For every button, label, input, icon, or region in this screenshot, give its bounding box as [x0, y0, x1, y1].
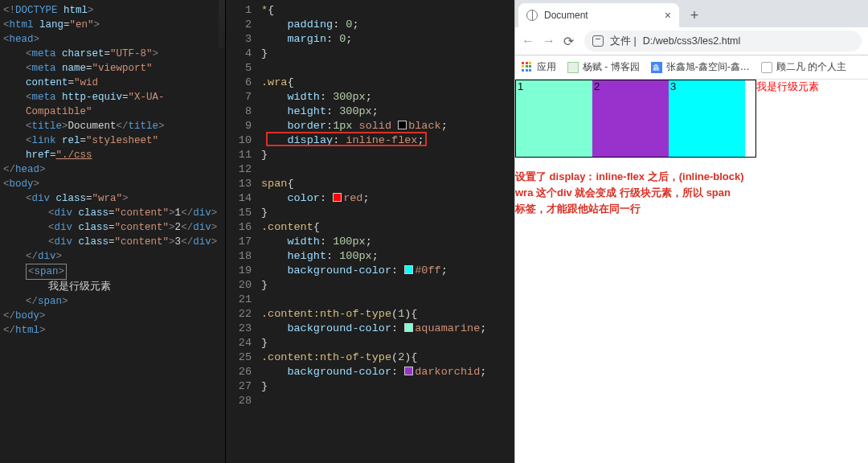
favicon-icon — [567, 62, 579, 73]
minimap — [219, 0, 225, 48]
source-line[interactable]: 我是行级元素 — [3, 280, 222, 294]
source-line[interactable]: </body> — [3, 309, 222, 323]
source-line[interactable]: <title>Document</title> — [3, 119, 222, 133]
url-prefix: 文件 | — [610, 35, 637, 48]
css-source-editor[interactable]: 1234567891011121314151617181920212223242… — [225, 0, 514, 463]
source-line[interactable]: .wra{ — [261, 76, 514, 90]
globe-icon — [526, 10, 538, 21]
source-line[interactable] — [261, 61, 514, 76]
source-line[interactable]: } — [261, 336, 514, 350]
inline-span: 我是行级元素 — [756, 80, 819, 92]
back-button[interactable]: ← — [522, 34, 534, 48]
browser-tab[interactable]: Document × — [518, 3, 679, 27]
source-line[interactable]: } — [261, 148, 514, 162]
source-line[interactable]: padding: 0; — [261, 18, 514, 32]
annotation-note: 设置了 display：inline-flex 之后，(inline-block… — [515, 169, 845, 217]
source-line[interactable]: <div class="content">3</div> — [3, 235, 222, 249]
source-line[interactable]: border:1px solid black; — [261, 119, 514, 133]
source-line[interactable]: height: 300px; — [261, 104, 514, 119]
source-line[interactable]: .content{ — [261, 220, 514, 235]
source-line[interactable] — [261, 394, 514, 408]
source-line[interactable]: } — [261, 379, 514, 394]
favicon-icon — [761, 62, 772, 73]
css-code-area[interactable]: *{ padding: 0; margin: 0;}.wra{ width: 3… — [261, 0, 514, 463]
source-line[interactable]: </span> — [3, 294, 222, 309]
source-line[interactable]: <div class="content">2</div> — [3, 220, 222, 235]
content-box-2: 2 — [592, 80, 669, 157]
favicon-icon: 鑫 — [651, 62, 662, 73]
toolbar: ← → ⟳ 文件 | D:/web/css3/les2.html — [515, 27, 868, 55]
source-line[interactable]: </div> — [3, 249, 222, 264]
site-info-icon[interactable] — [592, 35, 604, 47]
wra-container: 1 2 3 — [515, 80, 756, 158]
source-line[interactable]: <body> — [3, 177, 222, 191]
url-text: D:/web/css3/les2.html — [643, 35, 741, 47]
source-line[interactable]: .content:nth-of-type(1){ — [261, 307, 514, 322]
source-line[interactable]: width: 300px; — [261, 90, 514, 104]
bookmarks-bar: 应用 杨赋 - 博客园 鑫 张鑫旭-鑫空间-鑫… 顾二凡 的个人主 — [515, 55, 868, 80]
forward-button[interactable]: → — [542, 34, 555, 48]
bookmark-item[interactable]: 顾二凡 的个人主 — [761, 60, 846, 74]
source-line[interactable]: } — [261, 206, 514, 220]
source-line[interactable]: margin: 0; — [261, 32, 514, 47]
source-line[interactable]: background-color: darkorchid; — [261, 365, 514, 379]
new-tab-button[interactable]: + — [684, 5, 705, 26]
source-line[interactable]: } — [261, 47, 514, 61]
source-line[interactable]: <!DOCTYPE html> — [3, 3, 222, 18]
tab-strip: Document × + — [515, 0, 868, 27]
source-line[interactable]: height: 100px; — [261, 249, 514, 264]
line-number-gutter: 1234567891011121314151617181920212223242… — [226, 0, 261, 463]
source-line[interactable]: *{ — [261, 3, 514, 18]
address-bar[interactable]: 文件 | D:/web/css3/les2.html — [584, 31, 862, 51]
bookmark-item[interactable]: 鑫 张鑫旭-鑫空间-鑫… — [651, 60, 750, 74]
bookmark-item[interactable]: 杨赋 - 博客园 — [567, 60, 640, 74]
source-line[interactable]: background-color: aquamarine; — [261, 322, 514, 336]
source-line[interactable] — [261, 162, 514, 177]
source-line[interactable]: <div class="content">1</div> — [3, 206, 222, 220]
source-line[interactable]: color: red; — [261, 191, 514, 206]
source-line[interactable]: .content:nth-of-type(2){ — [261, 350, 514, 365]
source-line[interactable]: <meta charset="UTF-8"> — [3, 47, 222, 61]
bookmark-apps[interactable]: 应用 — [522, 60, 556, 74]
close-icon[interactable]: × — [665, 9, 671, 22]
apps-icon — [522, 62, 533, 73]
source-line[interactable]: background-color: #0ff; — [261, 264, 514, 278]
tab-title: Document — [544, 10, 588, 21]
source-line[interactable]: <div class="wra"> — [3, 191, 222, 206]
source-line[interactable]: <link rel="stylesheet" href="./css — [3, 133, 222, 162]
html-source-editor[interactable]: <!DOCTYPE html><html lang="en"><head><me… — [0, 0, 225, 463]
source-line[interactable]: display: inline-flex; — [261, 133, 514, 148]
source-line[interactable]: <html lang="en"> — [3, 18, 222, 32]
browser-window: Document × + ← → ⟳ 文件 | D:/web/css3/les2… — [514, 0, 868, 463]
source-line[interactable]: </head> — [3, 162, 222, 177]
source-line[interactable]: width: 100px; — [261, 235, 514, 249]
content-box-1: 1 — [516, 80, 592, 157]
source-line[interactable]: <meta http-equiv="X-UA-Compatible" — [3, 90, 222, 119]
reload-button[interactable]: ⟳ — [563, 34, 576, 49]
source-line[interactable] — [261, 293, 514, 307]
source-line[interactable]: span{ — [261, 177, 514, 191]
source-line[interactable]: </html> — [3, 323, 222, 338]
source-line[interactable]: <meta name="viewport" content="wid — [3, 61, 222, 90]
source-line[interactable]: } — [261, 278, 514, 293]
content-box-3: 3 — [669, 80, 745, 157]
source-line[interactable]: <head> — [3, 32, 222, 47]
page-viewport: 1 2 3 我是行级元素 设置了 display：inline-flex 之后，… — [515, 80, 868, 463]
source-line[interactable]: <span> — [3, 264, 222, 280]
